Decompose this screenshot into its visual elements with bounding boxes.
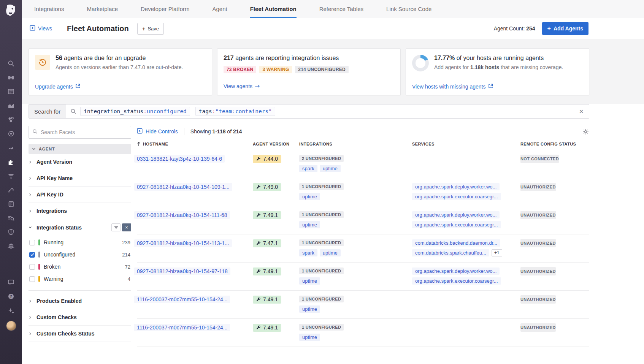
hostname-link[interactable]: 0927-081812-hlzaa0kq-10-154-109-1... bbox=[134, 183, 232, 191]
facet-integration-status[interactable]: Integration Status × bbox=[29, 219, 131, 236]
facet-custom-checks[interactable]: Custom Checks bbox=[29, 309, 131, 326]
tab-fleet-automation[interactable]: Fleet Automation bbox=[250, 0, 297, 18]
agent-version-badge[interactable]: 7.47.1 bbox=[253, 239, 281, 247]
search-query[interactable]: integration_status:unconfigured tags:"te… bbox=[80, 107, 275, 116]
agent-version-badge[interactable]: 7.49.1 bbox=[253, 324, 281, 332]
query-token-integration-status[interactable]: integration_status:unconfigured bbox=[80, 107, 190, 116]
service-chip[interactable]: org.apache.spark.deploy.worker.wo... bbox=[412, 267, 500, 275]
agent-version-badge[interactable]: 7.44.0 bbox=[253, 155, 281, 163]
facet-integrations[interactable]: Integrations bbox=[29, 203, 131, 219]
tab-agent[interactable]: Agent bbox=[212, 0, 227, 18]
warning-badge[interactable]: 3 WARNING bbox=[259, 66, 292, 73]
facet-option-unconfigured[interactable]: Unconfigured 214 bbox=[29, 248, 131, 261]
facet-custom-checks-status[interactable]: Custom Checks Status bbox=[29, 326, 131, 342]
column-header-agent-version[interactable]: AGENT VERSION bbox=[253, 142, 299, 146]
service-chip[interactable]: org.apache.spark.deploy.worker.wo... bbox=[412, 183, 500, 190]
user-avatar[interactable] bbox=[6, 321, 16, 331]
search-bar[interactable]: Search for integration_status:unconfigur… bbox=[29, 104, 589, 119]
column-header-services[interactable]: SERVICES bbox=[412, 142, 520, 146]
integration-count-badge[interactable]: 1 UNCONFIGURED bbox=[299, 183, 344, 190]
notebook-icon[interactable] bbox=[7, 200, 15, 208]
network-globe-icon[interactable] bbox=[7, 242, 15, 250]
hostname-link[interactable]: 0927-081812-hlzaa0kq-10-154-111-68 bbox=[134, 211, 230, 219]
integration-chip[interactable]: uptime bbox=[299, 334, 320, 341]
integration-count-badge[interactable]: 2 UNCONFIGURED bbox=[299, 155, 344, 162]
hostname-link[interactable]: 0331-183821-kayt3p4z-10-139-64-6 bbox=[134, 155, 225, 163]
infrastructure-hexagons-icon[interactable] bbox=[7, 116, 15, 124]
integration-chip[interactable]: uptime bbox=[320, 249, 341, 256]
hostname-link[interactable]: 0927-081812-hlzaa0kq-10-154-113-1... bbox=[134, 239, 232, 247]
broken-badge[interactable]: 73 BROKEN bbox=[224, 66, 256, 73]
help-icon[interactable]: ? bbox=[7, 292, 15, 301]
integration-count-badge[interactable]: 1 UNCONFIGURED bbox=[299, 324, 344, 331]
integration-count-badge[interactable]: 1 UNCONFIGURED bbox=[299, 267, 344, 274]
checkbox-checked[interactable] bbox=[29, 252, 35, 258]
column-header-hostname[interactable]: HOSTNAME bbox=[137, 142, 253, 146]
table-settings-gear-icon[interactable] bbox=[582, 128, 589, 135]
tab-link-source-code[interactable]: Link Source Code bbox=[386, 0, 431, 18]
metrics-chart-icon[interactable] bbox=[7, 101, 15, 110]
apm-target-icon[interactable] bbox=[7, 130, 15, 138]
service-chip[interactable]: org.apache.spark.deploy.worker.wo... bbox=[412, 211, 500, 218]
more-services-badge[interactable]: +1 bbox=[492, 249, 502, 256]
hostname-link[interactable]: 1116-200037-m0c7mm55-10-154-24... bbox=[134, 324, 230, 331]
datadog-logo-icon[interactable] bbox=[5, 4, 17, 18]
integration-chip[interactable]: spark bbox=[299, 249, 317, 256]
facet-api-key-id[interactable]: API Key ID bbox=[29, 187, 131, 203]
checkbox-unchecked[interactable] bbox=[29, 240, 35, 245]
facet-search-input[interactable] bbox=[41, 129, 127, 135]
clear-search-icon[interactable]: × bbox=[579, 108, 584, 115]
chat-icon[interactable] bbox=[7, 278, 15, 286]
view-agents-link[interactable]: View agents → bbox=[224, 82, 393, 90]
facet-group-agent[interactable]: AGENT bbox=[29, 144, 131, 154]
integration-count-badge[interactable]: 1 UNCONFIGURED bbox=[299, 239, 344, 246]
tab-marketplace[interactable]: Marketplace bbox=[87, 0, 118, 18]
tab-reference-tables[interactable]: Reference Tables bbox=[319, 0, 363, 18]
integration-chip[interactable]: uptime bbox=[299, 193, 320, 200]
hostname-link[interactable]: 0927-081812-hlzaa0kq-10-154-97-118 bbox=[134, 267, 230, 275]
ai-sparkle-icon[interactable] bbox=[7, 306, 15, 315]
integration-chip[interactable]: uptime bbox=[299, 221, 320, 228]
integration-chip[interactable]: uptime bbox=[299, 277, 320, 285]
agent-version-badge[interactable]: 7.49.1 bbox=[253, 296, 281, 304]
hostname-link[interactable]: 1116-200037-m0c7mm55-10-154-24... bbox=[134, 296, 230, 303]
agent-version-badge[interactable]: 7.49.1 bbox=[253, 267, 281, 275]
integration-chip[interactable]: uptime bbox=[320, 165, 341, 172]
integration-chip[interactable]: uptime bbox=[299, 305, 320, 313]
agent-version-badge[interactable]: 7.49.1 bbox=[253, 211, 281, 219]
service-chip[interactable]: org.apache.spark.executor.coarsegr... bbox=[412, 221, 501, 228]
add-agents-button[interactable]: + Add Agents bbox=[542, 22, 588, 35]
upgrade-agents-link[interactable]: Upgrade agents bbox=[35, 84, 204, 90]
unconfigured-badge[interactable]: 214 UNCONFIGURED bbox=[295, 66, 349, 73]
query-token-tags[interactable]: tags:"team:containers" bbox=[195, 107, 275, 116]
performance-gauge-icon[interactable] bbox=[7, 144, 15, 152]
service-chip[interactable]: org.apache.spark.executor.coarsegr... bbox=[412, 277, 501, 285]
service-chip[interactable]: com.databricks.backend.daemon.dr... bbox=[412, 239, 500, 247]
dashboards-list-icon[interactable] bbox=[7, 87, 15, 96]
view-missing-hosts-link[interactable]: View hosts with missing agents bbox=[412, 84, 581, 90]
agent-version-badge[interactable]: 7.49.0 bbox=[253, 183, 281, 191]
facet-option-running[interactable]: Running 239 bbox=[29, 236, 131, 248]
column-header-remote-config-status[interactable]: REMOTE CONFIG STATUS bbox=[520, 142, 589, 146]
integration-count-badge[interactable]: 1 UNCONFIGURED bbox=[299, 296, 344, 302]
facet-products-enabled[interactable]: Products Enabled bbox=[29, 293, 131, 309]
service-chip[interactable]: com.databricks.spark.chauffeu... bbox=[412, 249, 489, 256]
facet-agent-version[interactable]: Agent Version bbox=[29, 154, 131, 170]
views-button[interactable]: Views bbox=[30, 25, 52, 32]
service-chip[interactable]: org.apache.spark.executor.coarsegr... bbox=[412, 193, 501, 200]
facet-search[interactable] bbox=[29, 126, 131, 139]
security-shield-icon[interactable] bbox=[7, 228, 15, 236]
facet-clear-button[interactable]: × bbox=[122, 223, 131, 231]
watchdog-binoculars-icon[interactable] bbox=[7, 73, 15, 82]
service-map-icon[interactable] bbox=[7, 186, 15, 194]
checkbox-unchecked[interactable] bbox=[29, 264, 35, 270]
integration-count-badge[interactable]: 1 UNCONFIGURED bbox=[299, 211, 344, 218]
integration-chip[interactable]: spark bbox=[299, 165, 317, 172]
facet-filter-button[interactable] bbox=[111, 223, 121, 231]
tab-integrations[interactable]: Integrations bbox=[34, 0, 64, 18]
facet-option-warning[interactable]: Warning 4 bbox=[29, 273, 131, 285]
log-explorer-icon[interactable] bbox=[7, 214, 15, 222]
checkbox-unchecked[interactable] bbox=[29, 276, 35, 282]
column-header-integrations[interactable]: INTEGRATIONS bbox=[299, 142, 412, 146]
facet-api-key-name[interactable]: API Key Name bbox=[29, 170, 131, 187]
